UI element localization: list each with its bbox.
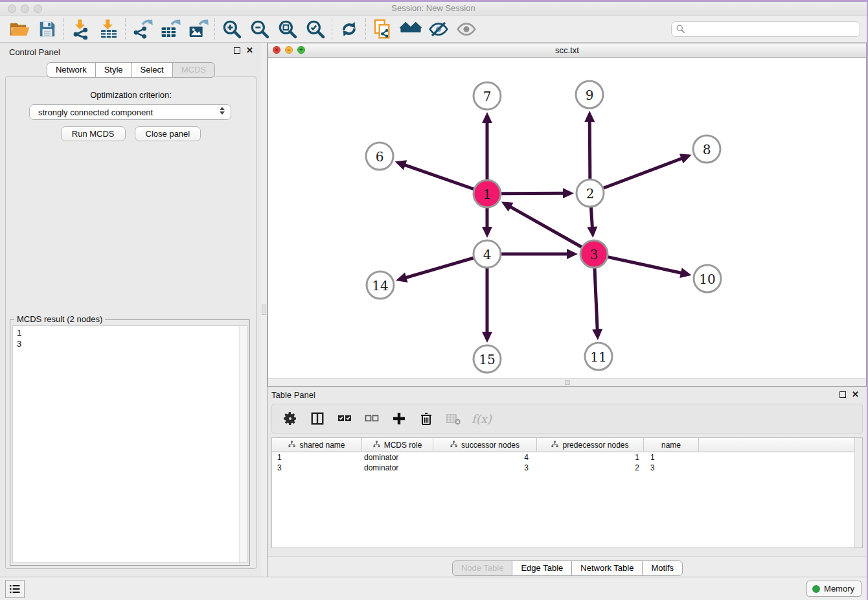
table-cell[interactable]: 2 <box>537 463 644 473</box>
control-panel-title: Control Panel <box>9 47 60 57</box>
graph-edge-2-9[interactable] <box>589 120 590 179</box>
tab-mcds[interactable]: MCDS <box>172 62 215 78</box>
save-session-icon[interactable] <box>33 17 61 41</box>
task-list-icon[interactable] <box>5 580 25 598</box>
panel-divider[interactable] <box>261 43 268 577</box>
column-header-MCDS-role[interactable]: MCDS role <box>362 438 433 452</box>
graph-edge-1-2[interactable] <box>501 193 565 194</box>
graph-edge-3-10[interactable] <box>608 257 682 273</box>
mcds-result-area: 13 <box>12 325 247 563</box>
delete-column-icon[interactable] <box>417 409 435 428</box>
graph-node-label: 15 <box>479 352 495 367</box>
zoom-selected-icon[interactable] <box>301 17 329 41</box>
column-grip-icon <box>373 441 380 450</box>
search-icon <box>676 24 685 34</box>
tab-network[interactable]: Network <box>47 62 96 78</box>
network-canvas[interactable]: 7968124314101511 <box>268 58 866 378</box>
column-grip-icon <box>551 441 558 450</box>
network-window-bottom-strip <box>268 378 866 386</box>
graph-edge-2-8[interactable] <box>604 158 683 188</box>
import-network-icon[interactable] <box>67 17 95 41</box>
close-table-panel-icon[interactable]: ✕ <box>852 391 859 398</box>
zoom-in-icon[interactable] <box>218 17 246 41</box>
export-network-icon[interactable] <box>128 17 156 41</box>
memory-button[interactable]: Memory <box>806 581 862 597</box>
network-resize-grip[interactable] <box>565 380 570 385</box>
show-all-icon[interactable] <box>452 17 480 41</box>
result-scrollbar[interactable] <box>239 326 247 562</box>
export-table-icon[interactable] <box>156 17 184 41</box>
import-table-icon[interactable] <box>95 17 122 41</box>
graph-edge-3-11[interactable] <box>595 268 597 331</box>
tab-select[interactable]: Select <box>131 62 173 78</box>
table-cell[interactable]: 3 <box>272 463 362 473</box>
delete-table-icon[interactable] <box>444 409 463 428</box>
window-title: Session: New Session <box>0 3 867 13</box>
column-header-shared-name[interactable]: shared name <box>272 438 362 452</box>
tab-node-table[interactable]: Node Table <box>452 560 513 576</box>
search-input[interactable] <box>685 24 856 34</box>
columns-icon[interactable] <box>308 409 326 428</box>
close-panel-button[interactable]: Close panel <box>135 126 201 141</box>
add-column-icon[interactable] <box>390 409 408 428</box>
gear-icon[interactable] <box>281 409 299 428</box>
graph-edge-2-3[interactable] <box>591 207 592 229</box>
apply-layout-icon[interactable] <box>335 17 363 41</box>
search-box <box>671 21 860 37</box>
float-panel-icon[interactable] <box>234 47 240 54</box>
table-cell[interactable]: 4 <box>433 452 537 463</box>
control-panel: Control Panel ✕ NetworkStyleSelectMCDS O… <box>0 43 261 577</box>
divider-grip[interactable] <box>262 305 266 315</box>
main-toolbar <box>0 16 867 43</box>
column-header-predecessor-nodes[interactable]: predecessor nodes <box>537 438 644 452</box>
first-neighbors-icon[interactable] <box>396 17 424 41</box>
column-header-name[interactable]: name <box>644 438 699 452</box>
table-cell[interactable]: 1 <box>644 452 699 463</box>
criterion-select[interactable]: strongly connected component <box>29 104 231 120</box>
application-window: Session: New Session <box>0 2 867 600</box>
graph-node-label: 3 <box>590 247 599 262</box>
graph-edge-4-14[interactable] <box>404 258 473 278</box>
node-table: shared nameMCDS rolesuccessor nodesprede… <box>271 437 863 548</box>
toolbar-separator <box>214 18 215 40</box>
table-cell[interactable]: 1 <box>537 452 644 463</box>
network-view-window: × − + scc.txt 7968124314101511 <box>268 43 867 387</box>
graph-node-label: 14 <box>372 278 388 294</box>
table-cell[interactable]: dominator <box>362 463 433 473</box>
close-panel-icon[interactable]: ✕ <box>246 47 253 54</box>
table-row[interactable]: 3dominator323 <box>272 463 862 473</box>
function-builder-icon[interactable]: f(x) <box>472 409 492 428</box>
table-row[interactable]: 1dominator411 <box>272 452 862 463</box>
table-cell[interactable]: 3 <box>433 463 537 473</box>
table-tabstrip: Node TableEdge TableNetwork TableMotifs <box>268 556 867 577</box>
tab-style[interactable]: Style <box>95 62 132 78</box>
hide-selected-icon[interactable] <box>424 17 452 41</box>
graph-arrowhead <box>482 227 492 238</box>
node-table-header: shared nameMCDS rolesuccessor nodesprede… <box>272 438 862 452</box>
tab-network-table[interactable]: Network Table <box>571 560 643 576</box>
table-cell[interactable]: dominator <box>362 452 433 463</box>
table-panel: Table Panel ✕ <box>268 387 867 577</box>
deselect-all-icon[interactable] <box>363 409 381 428</box>
table-scrollbar[interactable] <box>854 438 862 548</box>
new-network-from-selection-icon[interactable] <box>369 17 396 41</box>
zoom-fit-icon[interactable] <box>273 17 301 41</box>
float-table-panel-icon[interactable] <box>839 391 846 398</box>
open-file-icon[interactable] <box>5 17 33 41</box>
graph-node-label: 2 <box>586 186 595 202</box>
table-cell[interactable]: 3 <box>644 463 699 473</box>
column-header-successor-nodes[interactable]: successor nodes <box>433 438 537 452</box>
tab-edge-table[interactable]: Edge Table <box>512 560 572 576</box>
column-header-label: MCDS role <box>384 441 422 450</box>
zoom-out-icon[interactable] <box>246 17 273 41</box>
tab-motifs[interactable]: Motifs <box>642 560 683 576</box>
graph-node-label: 6 <box>376 149 384 165</box>
graph-node-label: 7 <box>483 89 492 104</box>
graph-edge-1-6[interactable] <box>404 165 474 189</box>
graph-edge-3-1[interactable] <box>509 206 582 247</box>
table-panel-title: Table Panel <box>271 390 315 400</box>
table-cell[interactable]: 1 <box>272 452 362 463</box>
run-mcds-button[interactable]: Run MCDS <box>61 126 126 141</box>
export-image-icon[interactable] <box>184 17 212 41</box>
select-all-icon[interactable] <box>336 409 354 428</box>
